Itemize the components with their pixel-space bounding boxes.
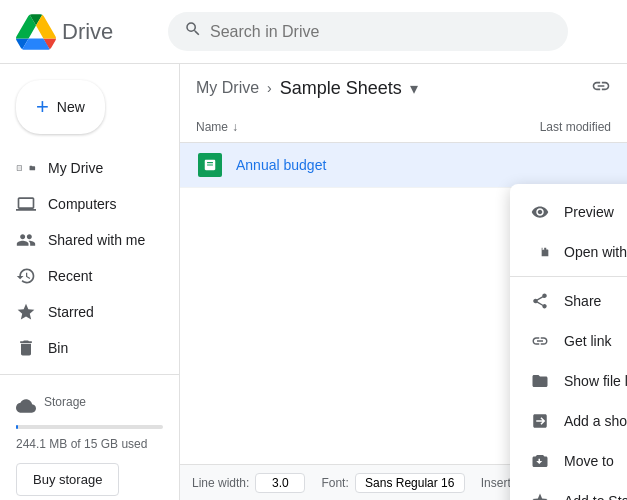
open-with-icon: [530, 242, 550, 262]
logo: Drive: [16, 12, 156, 52]
bin-icon: [16, 338, 36, 358]
menu-move-to-label: Move to: [564, 453, 614, 469]
app-title: Drive: [62, 19, 113, 45]
line-width-label: Line width:: [192, 476, 249, 490]
column-name-label: Name: [196, 120, 228, 134]
sidebar-item-bin[interactable]: Bin: [0, 330, 171, 366]
buy-storage-button[interactable]: Buy storage: [16, 463, 119, 496]
column-modified: Last modified: [451, 120, 611, 134]
new-button-label: New: [57, 99, 85, 115]
menu-share-label: Share: [564, 293, 601, 309]
menu-item-add-starred[interactable]: Add to Starred: [510, 481, 627, 500]
computer-icon: [16, 194, 36, 214]
menu-item-add-shortcut[interactable]: Add a shortcut to Drive: [510, 401, 627, 441]
sidebar-item-bin-label: Bin: [48, 340, 68, 356]
menu-item-open-with[interactable]: Open with ›: [510, 232, 627, 272]
file-list-header: Name ↓ Last modified: [180, 112, 627, 143]
font-label: Font:: [321, 476, 348, 490]
my-drive-icon: [16, 158, 36, 178]
menu-item-share[interactable]: Share: [510, 281, 627, 321]
menu-open-with-label: Open with: [564, 244, 627, 260]
main-content: My Drive › Sample Sheets ▾ Name ↓ Last m…: [180, 64, 627, 500]
sheets-icon: [198, 153, 222, 177]
storage-section: Storage 244.1 MB of 15 GB used Buy stora…: [0, 383, 179, 500]
sidebar-item-computers-label: Computers: [48, 196, 116, 212]
sidebar-item-my-drive-label: My Drive: [48, 160, 103, 176]
font-input[interactable]: [355, 473, 465, 493]
sidebar-item-computers[interactable]: Computers: [0, 186, 171, 222]
move-to-icon: [530, 451, 550, 471]
sidebar-item-shared-label: Shared with me: [48, 232, 145, 248]
get-link-icon: [530, 331, 550, 351]
sort-icon: ↓: [232, 120, 238, 134]
menu-get-link-label: Get link: [564, 333, 611, 349]
storage-bar-fill: [16, 425, 18, 429]
search-icon: [184, 20, 202, 43]
header: Drive: [0, 0, 627, 64]
search-input[interactable]: [210, 23, 552, 41]
file-icon: [196, 151, 224, 179]
menu-item-preview[interactable]: Preview: [510, 192, 627, 232]
shared-icon: [16, 230, 36, 250]
line-width-item: Line width:: [192, 473, 305, 493]
sidebar-item-starred[interactable]: Starred: [0, 294, 171, 330]
shortcut-icon: [530, 411, 550, 431]
menu-add-shortcut-label: Add a shortcut to Drive: [564, 413, 627, 429]
sidebar-item-my-drive[interactable]: My Drive: [0, 150, 171, 186]
drive-logo-icon: [16, 12, 56, 52]
line-width-input[interactable]: [255, 473, 305, 493]
file-row[interactable]: Annual budget: [180, 143, 627, 188]
menu-add-starred-label: Add to Starred: [564, 493, 627, 500]
menu-divider-1: [510, 276, 627, 277]
breadcrumb-link-icon[interactable]: [591, 76, 611, 100]
menu-item-show-location[interactable]: Show file location: [510, 361, 627, 401]
new-button[interactable]: + New: [16, 80, 105, 134]
main-layout: + New My Drive Computers Shared: [0, 64, 627, 500]
file-name: Annual budget: [236, 157, 611, 173]
storage-bar: [16, 425, 163, 429]
breadcrumb-arrow: ›: [267, 80, 272, 96]
context-menu: Preview Open with › Share: [510, 184, 627, 500]
share-icon: [530, 291, 550, 311]
plus-icon: +: [36, 94, 49, 120]
preview-icon: [530, 202, 550, 222]
column-name[interactable]: Name ↓: [196, 120, 451, 134]
font-item: Font:: [321, 473, 464, 493]
sidebar-divider: [0, 374, 179, 375]
menu-show-location-label: Show file location: [564, 373, 627, 389]
sidebar-item-recent[interactable]: Recent: [0, 258, 171, 294]
show-location-icon: [530, 371, 550, 391]
breadcrumb-home[interactable]: My Drive: [196, 79, 259, 97]
breadcrumb: My Drive › Sample Sheets ▾: [180, 64, 627, 112]
recent-icon: [16, 266, 36, 286]
add-starred-icon: [530, 491, 550, 500]
menu-item-get-link[interactable]: Get link: [510, 321, 627, 361]
breadcrumb-chevron[interactable]: ▾: [410, 79, 418, 98]
breadcrumb-current[interactable]: Sample Sheets: [280, 78, 402, 99]
starred-icon: [16, 302, 36, 322]
sidebar-item-starred-label: Starred: [48, 304, 94, 320]
cloud-icon: [16, 396, 36, 416]
storage-used: 244.1 MB of 15 GB used: [16, 437, 163, 451]
sidebar: + New My Drive Computers Shared: [0, 64, 180, 500]
search-bar[interactable]: [168, 12, 568, 51]
sidebar-item-recent-label: Recent: [48, 268, 92, 284]
storage-label: Storage: [44, 395, 86, 409]
menu-item-move-to[interactable]: Move to: [510, 441, 627, 481]
sidebar-item-shared[interactable]: Shared with me: [0, 222, 171, 258]
menu-preview-label: Preview: [564, 204, 614, 220]
